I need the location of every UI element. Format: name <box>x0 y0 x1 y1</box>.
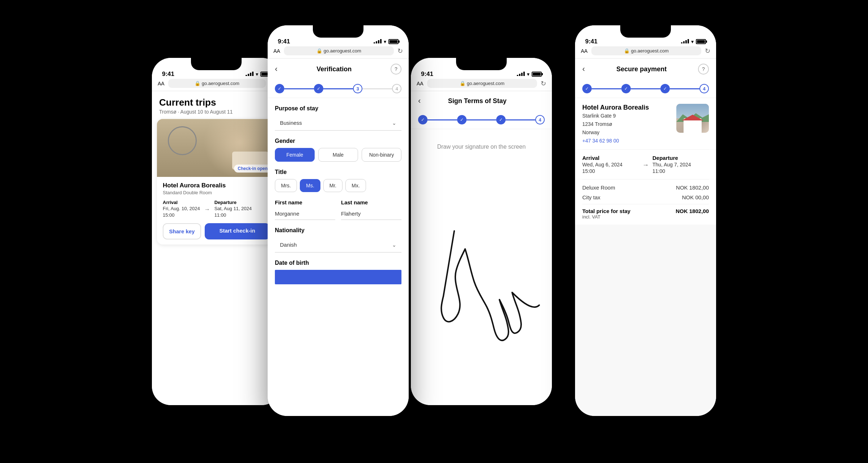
departure-col: Departure Sat, Aug 11, 2024 11:00 <box>214 200 252 218</box>
payment-help-button[interactable]: ? <box>698 64 709 75</box>
hotel-room-type: Standard Double Room <box>163 190 270 195</box>
step-2-check: ✓ <box>314 84 323 93</box>
step-line-1 <box>284 88 314 89</box>
trips-title: Current trips <box>159 97 273 108</box>
payment-content: Hotel Aurora Borealis Starlink Gate 9 12… <box>575 98 716 416</box>
gender-female-btn[interactable]: Female <box>275 148 315 162</box>
first-name-field: First name <box>275 199 335 220</box>
nationality-label: Nationality <box>275 227 401 234</box>
phone-4-notch <box>620 25 671 38</box>
purpose-value: Business <box>280 120 302 126</box>
phone-4-aa: AA <box>581 48 588 54</box>
arrival-date: Fri, Aug. 10, 2024 <box>163 206 200 211</box>
booking-hotel-row: Hotel Aurora Borealis Starlink Gate 9 12… <box>582 104 709 144</box>
phone-2-url[interactable]: 🔒 go.aeroguest.com <box>284 46 394 55</box>
title-buttons: Mrs. Ms. Mr. Mx. <box>275 179 401 192</box>
title-mr-btn[interactable]: Mr. <box>323 179 342 192</box>
sign-terms-progress: ✓ ✓ ✓ 4 <box>411 111 552 129</box>
sign-back-button[interactable]: ‹ <box>418 96 421 106</box>
refresh-icon-2[interactable]: ↻ <box>397 47 403 55</box>
total-price-row: Total price for stay incl. VAT NOK 1802,… <box>582 204 709 220</box>
back-button[interactable]: ‹ <box>275 64 277 74</box>
room-price-label: Deluxe Room <box>582 184 615 191</box>
payment-dates-arrow: → <box>642 161 649 169</box>
refresh-icon-4[interactable]: ↻ <box>705 47 710 55</box>
dob-section: Date of birth <box>275 260 401 284</box>
trips-header: Current trips Tromsø · August 10 to Augu… <box>152 91 281 119</box>
nationality-dropdown[interactable]: Danish ⌄ <box>275 237 401 252</box>
dob-label: Date of birth <box>275 260 401 266</box>
payment-arrival: Arrival Wed, Aug 6, 2024 15:00 <box>582 155 639 174</box>
booking-hotel-name: Hotel Aurora Borealis <box>582 104 672 111</box>
phone-1-notch <box>191 58 242 70</box>
phone-1-content: Current trips Tromsø · August 10 to Augu… <box>152 91 281 405</box>
step-line-2 <box>323 88 353 89</box>
departure-date: Sat, Aug 11, 2024 <box>214 206 252 211</box>
phone-2-aa: AA <box>273 48 280 54</box>
phone-4-url[interactable]: 🔒 go.aeroguest.com <box>591 46 701 55</box>
step-1-check: ✓ <box>275 84 284 93</box>
booking-phone[interactable]: +47 34 62 98 00 <box>582 138 672 144</box>
payment-step-1-check: ✓ <box>582 84 592 93</box>
tax-price-row: City tax NOK 00,00 <box>582 194 709 200</box>
trips-subtitle: Tromsø · August 10 to August 11 <box>159 109 273 115</box>
purpose-chevron: ⌄ <box>392 120 396 126</box>
hotel-img-placeholder <box>676 104 709 133</box>
booking-address-2: 1234 Tromsø <box>582 120 672 128</box>
payment-step-line-2 <box>631 88 660 89</box>
lock-icon-2: 🔒 <box>316 48 322 54</box>
arrival-time: 15:00 <box>163 212 175 218</box>
room-circle-decor <box>168 126 197 155</box>
signature-area[interactable]: Draw your signature on the screen <box>411 129 552 405</box>
title-mrs-btn[interactable]: Mrs. <box>275 179 297 192</box>
title-mx-btn[interactable]: Mx. <box>345 179 366 192</box>
payment-departure-date: Thu, Aug 7, 2024 <box>652 162 709 167</box>
gender-nonbinary-btn[interactable]: Non-binary <box>362 148 401 162</box>
purpose-dropdown[interactable]: Business ⌄ <box>275 115 401 131</box>
title-ms-btn[interactable]: Ms. <box>300 179 320 192</box>
sign-step-line-1 <box>427 119 457 120</box>
total-label-block: Total price for stay incl. VAT <box>582 208 630 220</box>
gender-section: Gender Female Male Non-binary <box>275 138 401 162</box>
payment-step-line-3 <box>670 88 699 89</box>
booking-address-3: Norway <box>582 129 672 136</box>
payment-departure: Departure Thu, Aug 7, 2024 11:00 <box>652 155 709 174</box>
help-button[interactable]: ? <box>391 64 401 75</box>
gender-buttons: Female Male Non-binary <box>275 148 401 162</box>
lock-icon-4: 🔒 <box>624 48 630 54</box>
sign-step-3-check: ✓ <box>496 115 506 124</box>
name-row: First name Last name <box>275 199 401 220</box>
total-price-value: NOK 1802,00 <box>676 208 709 220</box>
purpose-label: Purpose of stay <box>275 105 401 112</box>
phone-1-url[interactable]: 🔒 go.aeroguest.com <box>168 79 266 88</box>
refresh-icon-3[interactable]: ↻ <box>541 80 546 88</box>
title-section: Title Mrs. Ms. Mr. Mx. <box>275 169 401 192</box>
phone-3-browser-bar: AA 🔒 go.aeroguest.com ↻ <box>411 76 552 91</box>
tax-price-value: NOK 00,00 <box>682 194 709 200</box>
verification-form: Purpose of stay Business ⌄ Gender Female… <box>268 98 409 416</box>
first-name-label: First name <box>275 199 335 205</box>
step-3-num: 3 <box>353 84 362 93</box>
payment-step-line-1 <box>592 88 621 89</box>
lock-icon: 🔒 <box>195 81 200 86</box>
payment-departure-time: 11:00 <box>652 168 709 174</box>
phone-4-browser-bar: AA 🔒 go.aeroguest.com ↻ <box>575 43 716 59</box>
gender-male-btn[interactable]: Male <box>318 148 358 162</box>
verification-progress: ✓ ✓ 3 4 <box>268 80 409 98</box>
phone-2-browser-bar: AA 🔒 go.aeroguest.com ↻ <box>268 43 409 59</box>
last-name-input[interactable] <box>341 208 401 220</box>
start-checkin-button[interactable]: Start check-in <box>205 223 270 239</box>
tax-price-label: City tax <box>582 194 600 200</box>
payment-step-4-num: 4 <box>699 84 709 93</box>
hotel-name: Hotel Aurora Borealis <box>163 182 270 189</box>
phone-2-verification: 9:41 ▾ AA 🔒 <box>268 25 409 416</box>
phone-1-current-trips: 9:41 ▾ AA 🔒 <box>152 58 281 405</box>
first-name-input[interactable] <box>275 208 335 220</box>
payment-progress: ✓ ✓ ✓ 4 <box>575 80 716 98</box>
share-key-button[interactable]: Share key <box>163 223 201 239</box>
gender-label: Gender <box>275 138 401 144</box>
signature-drawing <box>411 129 552 405</box>
payment-back-button[interactable]: ‹ <box>582 64 585 74</box>
phone-3-url[interactable]: 🔒 go.aeroguest.com <box>427 79 537 88</box>
phone-3-notch <box>456 58 507 70</box>
